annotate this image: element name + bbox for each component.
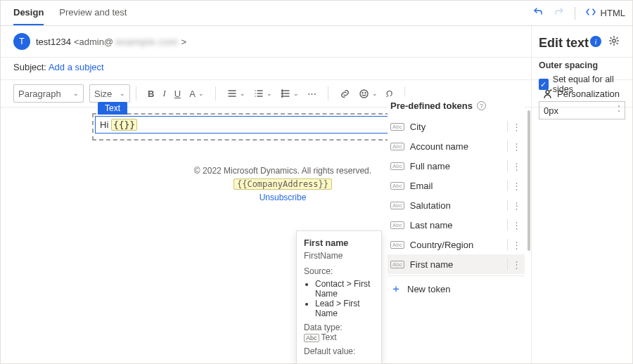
sender-name: test1234: [36, 37, 71, 47]
bullet-list-icon[interactable]: ⌄: [281, 89, 299, 98]
block-chip: Text: [98, 102, 127, 115]
pop-datatype: Data type: AbcText: [304, 323, 374, 342]
token-row[interactable]: AbcLast name⋮: [388, 215, 525, 235]
token-label: Last name: [410, 220, 453, 230]
tokens-title: Pre-defined tokens: [390, 100, 473, 111]
token-label: Salutation: [410, 200, 451, 211]
numbered-list-icon[interactable]: ⌄: [254, 89, 272, 98]
token-row[interactable]: AbcFirst name⋮: [388, 254, 525, 274]
pop-source-item: Contact > First Name: [315, 279, 374, 299]
code-icon: [585, 6, 596, 20]
rp-title: Edit text: [539, 36, 625, 51]
size-label: Size: [94, 89, 112, 99]
pop-source-item: Lead > First Name: [315, 299, 374, 318]
underline-icon[interactable]: U: [174, 89, 181, 99]
svg-point-3: [281, 96, 283, 97]
new-token-button[interactable]: ＋ New token: [388, 275, 525, 302]
equal-sides-label: Set equal for all sides: [553, 74, 625, 94]
rp-section-label: Outer spacing: [539, 60, 625, 70]
top-tabs: Design Preview and test HTML: [1, 1, 632, 26]
paragraph-select[interactable]: Paragraph⌄: [13, 84, 84, 103]
token-row[interactable]: AbcSalutation⋮: [388, 195, 525, 215]
text-type-icon: Abc: [390, 123, 404, 131]
token-label: Account name: [410, 141, 468, 152]
text-type-icon: Abc: [390, 221, 404, 229]
token-more-icon[interactable]: ⋮: [507, 121, 522, 132]
subject-link[interactable]: Add a subject: [49, 62, 104, 72]
svg-point-6: [365, 92, 366, 93]
equal-sides-checkbox[interactable]: ✓: [539, 79, 549, 90]
spinner-icon[interactable]: ˄˅: [618, 105, 620, 115]
token-row[interactable]: AbcFull name⋮: [388, 156, 525, 176]
text-type-icon: Abc: [304, 334, 319, 342]
token-row[interactable]: AbcAccount name⋮: [388, 136, 525, 156]
token-more-icon[interactable]: ⋮: [507, 259, 522, 270]
spacing-input[interactable]: 0px ˄˅: [539, 101, 625, 119]
text-type-icon: Abc: [390, 143, 404, 150]
link-icon[interactable]: [340, 89, 350, 99]
html-toggle[interactable]: HTML: [585, 6, 625, 20]
text-type-icon: Abc: [390, 241, 404, 249]
text-type-icon: Abc: [390, 202, 404, 209]
pop-source-label: Source:: [304, 266, 374, 276]
avatar: T: [13, 33, 30, 50]
text-body: Hi: [100, 119, 111, 130]
svg-point-2: [281, 93, 283, 94]
token-label: First name: [410, 259, 453, 270]
token-more-icon[interactable]: ⋮: [507, 200, 522, 211]
token-more-icon[interactable]: ⋮: [507, 219, 522, 230]
redo-icon[interactable]: [554, 6, 565, 20]
token-row[interactable]: AbcCity⋮: [388, 117, 525, 136]
token-detail-popover: First name FirstName Source: Contact > F…: [296, 230, 382, 364]
pop-default-label: Default value:: [304, 346, 374, 356]
size-select[interactable]: Size⌄: [89, 84, 130, 103]
svg-point-4: [360, 90, 368, 98]
tokens-panel: Pre-defined tokens ? AbcCity⋮AbcAccount …: [388, 96, 525, 302]
svg-point-5: [362, 92, 363, 93]
token-label: Country/Region: [410, 240, 473, 250]
more-format-icon[interactable]: ⋯: [307, 89, 316, 99]
token-row[interactable]: AbcEmail⋮: [388, 176, 525, 195]
text-type-icon: Abc: [390, 182, 404, 190]
emoji-icon[interactable]: ⌄: [359, 89, 378, 99]
separator: [575, 7, 575, 20]
token-label: Email: [410, 181, 433, 191]
token-label: Full name: [410, 161, 450, 171]
right-pane: Edit text Outer spacing ✓ Set equal for …: [531, 26, 632, 363]
footer-token[interactable]: {{CompanyAddress}}: [234, 178, 332, 190]
font-color-icon[interactable]: A⌄: [189, 89, 204, 99]
scrollbar[interactable]: [528, 110, 530, 251]
help-icon[interactable]: ?: [477, 101, 486, 110]
spacing-value: 0px: [544, 105, 558, 116]
subject-label: Subject:: [13, 62, 46, 72]
sender-email-close: >: [181, 37, 186, 47]
italic-icon[interactable]: I: [162, 88, 165, 99]
pop-token-name: FirstName: [304, 251, 374, 261]
token-more-icon[interactable]: ⋮: [507, 141, 522, 152]
plus-icon: ＋: [390, 282, 402, 297]
token-placeholder[interactable]: {{}}: [111, 119, 137, 131]
token-row[interactable]: AbcCountry/Region⋮: [388, 235, 525, 254]
undo-icon[interactable]: [532, 6, 544, 20]
tab-design[interactable]: Design: [13, 1, 44, 25]
token-label: City: [410, 122, 426, 132]
new-token-label: New token: [407, 284, 450, 294]
align-icon[interactable]: ⌄: [227, 89, 245, 98]
bold-icon[interactable]: B: [148, 89, 154, 99]
tab-preview[interactable]: Preview and test: [59, 1, 127, 25]
html-label: HTML: [601, 8, 625, 18]
token-more-icon[interactable]: ⋮: [507, 160, 522, 171]
sender-email-blur: example.com: [116, 37, 178, 47]
text-type-icon: Abc: [390, 261, 404, 268]
paragraph-label: Paragraph: [18, 89, 61, 99]
token-more-icon[interactable]: ⋮: [507, 180, 522, 191]
sender-email-open: <admin@: [74, 37, 113, 47]
text-type-icon: Abc: [390, 162, 404, 170]
svg-point-1: [281, 90, 283, 91]
token-more-icon[interactable]: ⋮: [507, 239, 522, 250]
pop-title: First name: [304, 238, 374, 248]
